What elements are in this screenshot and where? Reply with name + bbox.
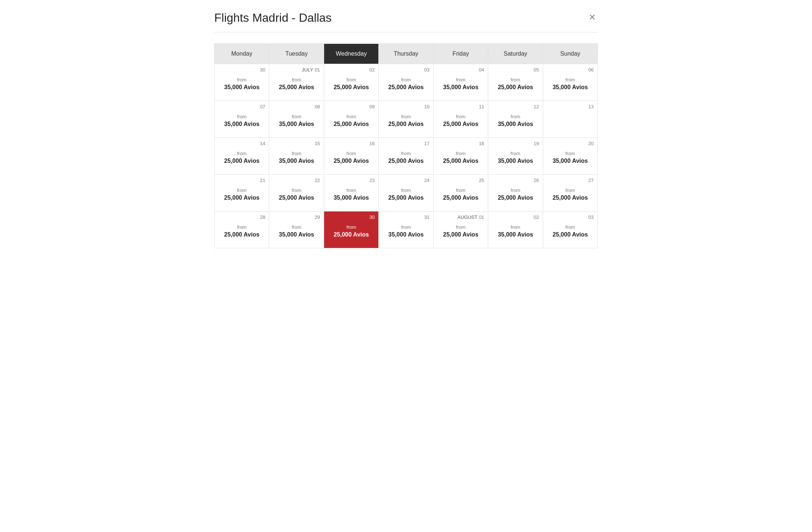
calendar-cell[interactable]: 20from35,000 Avios xyxy=(543,138,597,175)
cell-date-number: 19 xyxy=(534,141,539,146)
cell-date-number: 30 xyxy=(260,67,265,73)
calendar-cell[interactable]: 28from25,000 Avios xyxy=(215,211,269,248)
cell-from-label: from xyxy=(401,224,411,230)
cell-from-label: from xyxy=(401,151,411,156)
cell-avios-value: 35,000 Avios xyxy=(498,158,533,164)
cell-from-label: from xyxy=(347,224,356,230)
cell-date-number: 03 xyxy=(589,214,594,220)
calendar-cell[interactable]: AUGUST01from25,000 Avios xyxy=(433,211,488,248)
cell-avios-value: 25,000 Avios xyxy=(224,231,260,238)
calendar-cell[interactable]: 17from25,000 Avios xyxy=(379,138,433,175)
calendar-cell[interactable]: 26from25,000 Avios xyxy=(488,175,543,211)
cell-date-number: 26 xyxy=(534,178,539,183)
calendar-cell[interactable]: 30from35,000 Avios xyxy=(215,64,269,101)
cell-avios-value: 25,000 Avios xyxy=(552,231,588,238)
cell-avios-value: 35,000 Avios xyxy=(443,84,479,91)
calendar-cell[interactable]: 07from35,000 Avios xyxy=(215,101,269,138)
calendar-cell: 13 xyxy=(543,101,597,138)
calendar-cell[interactable]: JULY01from25,000 Avios xyxy=(269,64,324,101)
cell-avios-value: 25,000 Avios xyxy=(443,195,479,201)
calendar-cell[interactable]: 15from35,000 Avios xyxy=(269,138,324,175)
cell-date-number: 15 xyxy=(315,141,320,146)
cell-date-number: 31 xyxy=(424,214,429,220)
calendar-cell[interactable]: 03from25,000 Avios xyxy=(379,64,433,101)
cell-date-number: 10 xyxy=(424,104,429,109)
calendar-cell[interactable]: 05from25,000 Avios xyxy=(488,64,543,101)
cell-from-label: from xyxy=(565,151,575,156)
cell-from-label: from xyxy=(511,114,520,119)
calendar-cell[interactable]: 02from25,000 Avios xyxy=(324,64,378,101)
cell-avios-value: 25,000 Avios xyxy=(334,121,369,127)
calendar-cell[interactable]: 27from25,000 Avios xyxy=(543,175,597,211)
calendar-cell[interactable]: 25from25,000 Avios xyxy=(433,175,488,211)
cell-date-number: 17 xyxy=(424,141,429,146)
calendar-cell[interactable]: 04from35,000 Avios xyxy=(433,64,488,101)
cell-from-label: from xyxy=(456,77,465,83)
cell-avios-value: 25,000 Avios xyxy=(498,195,533,201)
cell-from-label: from xyxy=(456,188,465,193)
calendar-cell[interactable]: 03from25,000 Avios xyxy=(543,211,597,248)
cell-from-label: from xyxy=(401,114,411,119)
calendar-cell[interactable]: 10from25,000 Avios xyxy=(379,101,433,138)
calendar-cell[interactable]: 11from25,000 Avios xyxy=(433,101,488,138)
calendar-cell[interactable]: 29from35,000 Avios xyxy=(269,211,324,248)
calendar-cell[interactable]: 09from25,000 Avios xyxy=(324,101,378,138)
cell-avios-value: 35,000 Avios xyxy=(279,158,314,164)
calendar-cell[interactable]: 18from25,000 Avios xyxy=(433,138,488,175)
cell-avios-value: 25,000 Avios xyxy=(443,158,479,164)
cell-avios-value: 25,000 Avios xyxy=(552,195,588,201)
day-header-wednesday: Wednesday xyxy=(324,44,378,64)
calendar-cell[interactable]: 23from35,000 Avios xyxy=(324,175,378,211)
calendar-cell[interactable]: 31from35,000 Avios xyxy=(379,211,433,248)
cell-date-number: 01 xyxy=(315,67,320,73)
cell-from-label: from xyxy=(292,77,301,83)
calendar-cell[interactable]: 30from25,000 Avios xyxy=(324,211,378,248)
cell-from-label: from xyxy=(456,114,465,119)
modal-container: Flights Madrid - Dallas ✕ MondayTuesdayW… xyxy=(203,0,609,248)
calendar-cell[interactable]: 22from25,000 Avios xyxy=(269,175,324,211)
calendar-cell[interactable]: 16from25,000 Avios xyxy=(324,138,378,175)
calendar-cell[interactable]: 12from35,000 Avios xyxy=(488,101,543,138)
cell-date-number: 25 xyxy=(479,178,484,183)
cell-from-label: from xyxy=(347,151,356,156)
calendar-cell[interactable]: 21from25,000 Avios xyxy=(215,175,269,211)
cell-from-label: from xyxy=(511,77,520,83)
calendar-cell[interactable]: 08from35,000 Avios xyxy=(269,101,324,138)
calendar-cell[interactable]: 02from35,000 Avios xyxy=(488,211,543,248)
cell-date-number: 29 xyxy=(315,214,320,220)
cell-from-label: from xyxy=(237,151,247,156)
cell-date-number: 13 xyxy=(589,104,594,109)
cell-date-number: 30 xyxy=(369,214,375,220)
day-header-thursday: Thursday xyxy=(379,44,433,64)
cell-date-number: 04 xyxy=(479,67,484,73)
cell-from-label: from xyxy=(456,151,465,156)
cell-from-label: from xyxy=(237,77,247,83)
cell-from-label: from xyxy=(456,224,465,230)
close-button[interactable]: ✕ xyxy=(587,11,598,24)
calendar-cell[interactable]: 24from25,000 Avios xyxy=(379,175,433,211)
month-label: AUGUST xyxy=(457,214,477,220)
cell-from-label: from xyxy=(565,188,575,193)
calendar-cell[interactable]: 19from35,000 Avios xyxy=(488,138,543,175)
cell-avios-value: 25,000 Avios xyxy=(224,195,260,201)
cell-avios-value: 25,000 Avios xyxy=(498,84,533,91)
cell-avios-value: 25,000 Avios xyxy=(334,231,369,238)
cell-avios-value: 35,000 Avios xyxy=(552,84,588,91)
cell-avios-value: 25,000 Avios xyxy=(443,121,479,127)
calendar-cell[interactable]: 06from35,000 Avios xyxy=(543,64,597,101)
cell-from-label: from xyxy=(292,224,301,230)
cell-avios-value: 35,000 Avios xyxy=(498,121,533,127)
cell-avios-value: 25,000 Avios xyxy=(224,158,260,164)
cell-from-label: from xyxy=(292,188,301,193)
calendar-cell[interactable]: 14from25,000 Avios xyxy=(215,138,269,175)
cell-from-label: from xyxy=(511,151,520,156)
cell-avios-value: 35,000 Avios xyxy=(334,195,369,201)
cell-from-label: from xyxy=(237,224,247,230)
cell-from-label: from xyxy=(401,77,411,83)
cell-from-label: from xyxy=(292,114,301,119)
cell-date-number: 28 xyxy=(260,214,265,220)
cell-avios-value: 25,000 Avios xyxy=(279,195,314,201)
cell-date-number: 11 xyxy=(479,104,484,109)
cell-avios-value: 25,000 Avios xyxy=(388,195,424,201)
cell-avios-value: 35,000 Avios xyxy=(388,231,424,238)
